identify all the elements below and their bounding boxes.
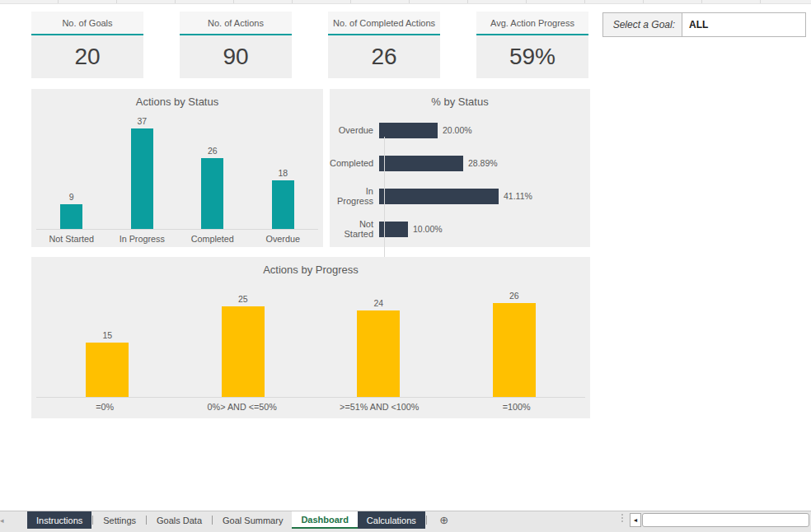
bar-value-label: 10.00% (413, 224, 443, 234)
kpi-value: 59% (476, 35, 588, 78)
bar-value-label: 20.00% (443, 125, 472, 135)
kpi-card-actions: No. of Actions 90 (180, 12, 292, 80)
bar-column: 24 (311, 298, 447, 397)
chart-pct-by-status[interactable]: % by Status Overdue20.00%Completed28.89%… (330, 89, 590, 247)
bar-value-label: 18 (278, 168, 288, 178)
bar (493, 303, 536, 397)
category-label: In Progress (107, 230, 178, 244)
bar (201, 158, 223, 229)
bar-column: 15 (40, 330, 176, 397)
sheet-tab-instructions[interactable]: Instructions (27, 511, 91, 529)
kpi-label: No. of Actions (180, 12, 292, 35)
bar (357, 310, 400, 397)
category-label: 0%> AND <=50% (174, 398, 312, 412)
worksheet-grid-remnant (0, 0, 811, 4)
bar (379, 156, 463, 171)
chart-actions-by-status[interactable]: Actions by Status 9372618 Not StartedIn … (31, 89, 323, 247)
left-triangle-icon: ◄ (633, 517, 639, 523)
sheet-tab-goals-data[interactable]: Goals Data (148, 511, 211, 529)
bar-value-label: 15 (102, 330, 112, 340)
goal-selector-label: Select a Goal: (603, 13, 682, 36)
bar-column: 25 (176, 294, 312, 397)
category-label: =0% (36, 398, 174, 412)
kpi-value: 90 (180, 35, 292, 78)
tab-divider (146, 516, 147, 525)
sheet-tab-dashboard[interactable]: Dashboard (292, 511, 357, 529)
bar-row: In Progress41.11% (330, 180, 590, 212)
category-label: Not Started (36, 230, 107, 244)
tab-divider (92, 516, 93, 525)
chart-title: % by Status (330, 89, 590, 110)
excel-dashboard: No. of Goals 20 No. of Actions 90 No. of… (0, 0, 811, 532)
hscroll-thumb[interactable] (642, 513, 809, 527)
bar-value-label: 9 (69, 192, 74, 202)
bar-value-label: 37 (137, 116, 147, 126)
bar-column: 9 (36, 192, 107, 229)
plot-area: 9372618 (36, 110, 318, 229)
bar (272, 180, 294, 229)
kpi-label: No. of Goals (31, 12, 143, 35)
bar (60, 204, 82, 229)
bar-value-label: 26 (208, 146, 218, 156)
kpi-value: 26 (328, 35, 440, 78)
bar (379, 123, 438, 138)
goal-selector: Select a Goal: ALL (602, 12, 806, 37)
sheet-tab-goal-summary[interactable]: Goal Summary (213, 511, 292, 529)
sheet-tab-settings[interactable]: Settings (94, 511, 145, 529)
tab-divider (426, 516, 427, 525)
sheet-tab-calculations[interactable]: Calculations (358, 511, 425, 529)
chart-title: Actions by Progress (31, 257, 590, 278)
bar-value-label: 28.89% (468, 158, 498, 168)
tab-divider (212, 516, 213, 525)
bar (131, 128, 153, 229)
category-label: Not Started (330, 219, 379, 239)
bar (379, 189, 499, 204)
bar (222, 306, 265, 397)
kpi-label: Avg. Action Progress (476, 12, 588, 35)
category-label: =100% (448, 398, 586, 412)
kpi-card-avg-progress: Avg. Action Progress 59% (476, 12, 588, 80)
category-axis: =0%0%> AND <=50%>=51% AND <100%=100% (36, 398, 585, 412)
category-label: Overdue (248, 230, 319, 244)
category-label: In Progress (330, 186, 379, 206)
kpi-card-completed-actions: No. of Completed Actions 26 (328, 12, 440, 80)
bar-column: 18 (248, 168, 319, 229)
plus-circle-icon: ⊕ (439, 514, 448, 526)
chart-actions-by-progress[interactable]: Actions by Progress 15252426 =0%0%> AND … (31, 257, 590, 418)
bar-value-label: 24 (373, 298, 383, 308)
kpi-label: No. of Completed Actions (328, 12, 440, 35)
bar-row: Overdue20.00% (330, 114, 590, 147)
category-label: Completed (177, 230, 248, 244)
goal-selector-dropdown[interactable]: ALL (682, 13, 805, 36)
kpi-card-goals: No. of Goals 20 (31, 12, 143, 80)
sheet-tab-bar: ◂ InstructionsSettingsGoals DataGoal Sum… (0, 511, 811, 532)
bar-row: Completed28.89% (330, 147, 590, 180)
y-axis-line (384, 137, 385, 267)
tab-scroll-left-icon[interactable]: ◂ (0, 515, 7, 526)
hscroll-left-arrow-button[interactable]: ◄ (630, 513, 641, 527)
kpi-value: 20 (31, 35, 143, 78)
bar-value-label: 25 (238, 294, 248, 304)
bar-column: 26 (447, 291, 583, 397)
sheet-tabs: InstructionsSettingsGoals DataGoal Summa… (27, 511, 428, 529)
plot-area: Overdue20.00%Completed28.89%In Progress4… (330, 114, 590, 245)
splitter-grip-icon[interactable] (621, 514, 623, 522)
category-axis: Not StartedIn ProgressCompletedOverdue (36, 230, 318, 244)
new-sheet-button[interactable]: ⊕ (436, 511, 452, 529)
chart-title: Actions by Status (31, 89, 323, 110)
category-label: >=51% AND <100% (311, 398, 448, 412)
bar-value-label: 26 (509, 291, 519, 301)
bar (86, 343, 129, 397)
bar-column: 26 (177, 146, 248, 229)
category-label: Overdue (330, 125, 379, 135)
bar-value-label: 41.11% (504, 191, 532, 201)
category-label: Completed (330, 158, 379, 168)
bar-row: Not Started10.00% (330, 212, 590, 245)
bar-column: 37 (107, 116, 178, 229)
plot-area: 15252426 (40, 278, 582, 397)
